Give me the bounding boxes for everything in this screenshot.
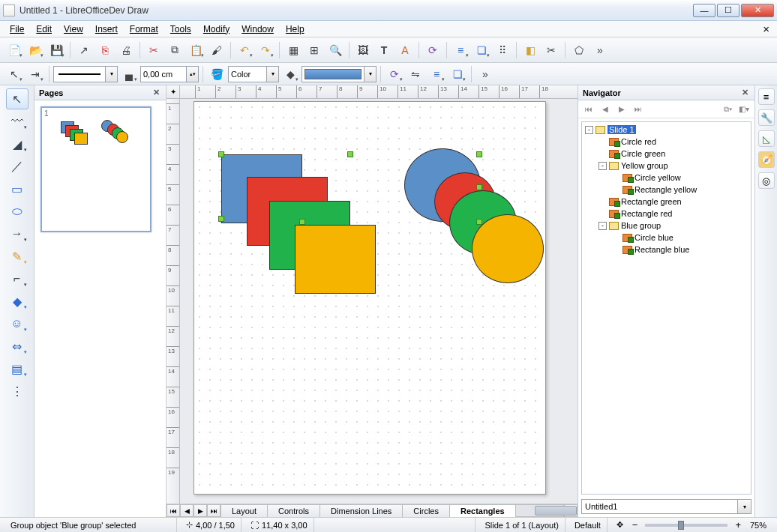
textbox-button[interactable]: T bbox=[374, 40, 394, 60]
layer-tab-layout[interactable]: Layout bbox=[220, 504, 268, 517]
cut-button[interactable]: ✂ bbox=[144, 40, 164, 60]
image-button[interactable]: 🖼 bbox=[353, 40, 373, 60]
line-tool[interactable]: ／ bbox=[6, 156, 28, 177]
layer-tab-circles[interactable]: Circles bbox=[402, 504, 450, 517]
symbol-shapes-tool[interactable]: ☺▾ bbox=[6, 313, 28, 334]
new-button[interactable]: 📄▾ bbox=[4, 40, 24, 60]
handle[interactable] bbox=[299, 219, 305, 225]
arrange-button[interactable]: ❏▾ bbox=[472, 40, 491, 60]
tree-item[interactable]: Circle yellow bbox=[582, 172, 751, 184]
pdf-button[interactable]: ⎘ bbox=[95, 40, 115, 60]
tree-item[interactable]: Rectangle yellow bbox=[582, 184, 751, 196]
snap-button[interactable]: ⊞ bbox=[304, 40, 324, 60]
nav-last-button[interactable]: ⏭ bbox=[631, 102, 646, 117]
handle[interactable] bbox=[218, 151, 224, 157]
arrow-tool[interactable]: →▾ bbox=[6, 223, 28, 244]
fill-tool-menu[interactable]: ◢▾ bbox=[6, 133, 28, 154]
nav-shapes-button[interactable]: ◧▾ bbox=[736, 102, 752, 117]
fontwork-button[interactable]: A bbox=[395, 40, 415, 60]
tree-item[interactable]: Rectangle green bbox=[582, 196, 751, 208]
menu-edit[interactable]: Edit bbox=[31, 22, 57, 36]
rectangle-tool[interactable]: ▭ bbox=[6, 178, 28, 199]
tree-item[interactable]: Circle blue bbox=[582, 232, 751, 244]
document-close-button[interactable]: × bbox=[760, 22, 772, 35]
select-tool[interactable]: ↖ bbox=[6, 88, 28, 109]
ellipse-tool[interactable]: ⬭ bbox=[6, 201, 28, 222]
sidebar-properties-icon[interactable]: ≡ bbox=[758, 88, 775, 105]
minimize-button[interactable]: — bbox=[693, 4, 716, 17]
navigator-tree[interactable]: -Slide 1Circle redCircle green-Yellow gr… bbox=[581, 121, 752, 495]
more-button-2[interactable]: » bbox=[476, 64, 495, 84]
zoom-slider[interactable] bbox=[645, 524, 728, 527]
tree-item[interactable]: Rectangle red bbox=[582, 208, 751, 220]
export-button[interactable]: ↗ bbox=[74, 40, 94, 60]
bucket-fill[interactable]: 🪣 bbox=[207, 64, 226, 84]
crop-button[interactable]: ✂ bbox=[542, 40, 561, 60]
shape-circle-yellow[interactable] bbox=[472, 214, 544, 283]
menu-insert[interactable]: Insert bbox=[90, 22, 123, 36]
navigator-close-icon[interactable]: ✕ bbox=[740, 88, 750, 97]
drawing-page[interactable] bbox=[194, 101, 546, 495]
menu-file[interactable]: File bbox=[4, 22, 29, 36]
zoom-fit-button[interactable]: ✥ bbox=[610, 518, 629, 532]
line-width-input[interactable] bbox=[140, 66, 187, 82]
mirror-tool[interactable]: ⇋ bbox=[406, 64, 425, 84]
fill-type-input[interactable] bbox=[228, 66, 267, 82]
handle[interactable] bbox=[218, 216, 224, 222]
page-viewport[interactable] bbox=[180, 99, 578, 504]
curve-tool[interactable]: ✎▾ bbox=[6, 246, 28, 267]
nav-dragmode-button[interactable]: ⧉▾ bbox=[720, 102, 735, 117]
more-tools[interactable]: ⋮ bbox=[6, 381, 28, 402]
line-width-spinner[interactable]: ▴▾ bbox=[140, 66, 199, 82]
rotate-tool[interactable]: ⟳▾ bbox=[385, 64, 404, 84]
ruler-vertical[interactable]: 12345678910111213141516171819 bbox=[166, 99, 180, 504]
nav-prev-button[interactable]: ◀ bbox=[598, 102, 613, 117]
undo-button[interactable]: ↶▾ bbox=[235, 40, 254, 60]
close-button[interactable]: ✕ bbox=[741, 4, 774, 17]
copy-button[interactable]: ⧉ bbox=[165, 40, 184, 60]
rotate-button[interactable]: ⟳ bbox=[423, 40, 442, 60]
navigator-doc-combo[interactable]: ▾ bbox=[581, 499, 752, 514]
fill-color[interactable]: ◆▾ bbox=[280, 64, 300, 84]
block-arrows-tool[interactable]: ⇔▾ bbox=[6, 336, 28, 357]
polygon-button[interactable]: ⬠ bbox=[569, 40, 589, 60]
prev-tab-button[interactable]: ◀ bbox=[180, 504, 194, 517]
tree-item[interactable]: Circle red bbox=[582, 136, 751, 148]
line-color[interactable]: ▄▾ bbox=[119, 64, 139, 84]
sidebar-navigator-icon[interactable]: 🧭 bbox=[758, 151, 775, 168]
grid-button[interactable]: ▦ bbox=[284, 40, 303, 60]
line-end-style[interactable]: ⇥▾ bbox=[26, 64, 45, 84]
shadow-button[interactable]: ◧ bbox=[520, 40, 540, 60]
zoom-in-button[interactable]: + bbox=[735, 519, 741, 531]
connector-tool[interactable]: ⌐▾ bbox=[6, 268, 28, 289]
ruler-horizontal[interactable]: 123456789101112131415161718 bbox=[180, 85, 578, 99]
first-tab-button[interactable]: ⏮ bbox=[166, 504, 180, 517]
handle[interactable] bbox=[476, 219, 482, 225]
pages-close-icon[interactable]: ✕ bbox=[152, 88, 161, 97]
handle[interactable] bbox=[347, 151, 353, 157]
sidebar-effects-icon[interactable]: ◎ bbox=[758, 172, 775, 189]
layer-tab-rectangles[interactable]: Rectangles bbox=[449, 504, 516, 517]
zoom-out-button[interactable]: − bbox=[632, 519, 638, 531]
maximize-button[interactable]: ☐ bbox=[717, 4, 740, 17]
last-tab-button[interactable]: ⏭ bbox=[207, 504, 220, 517]
arrange-tool[interactable]: ❏▾ bbox=[448, 64, 467, 84]
navigator-doc-input[interactable] bbox=[581, 499, 738, 514]
menu-tools[interactable]: Tools bbox=[165, 22, 196, 36]
line-tool-menu[interactable]: 〰▾ bbox=[6, 111, 28, 132]
flowchart-tool[interactable]: ▤▾ bbox=[6, 358, 28, 379]
sidebar-gallery-icon[interactable]: ◺ bbox=[758, 130, 775, 147]
tree-item[interactable]: -Blue group bbox=[582, 220, 751, 232]
menu-help[interactable]: Help bbox=[280, 22, 310, 36]
nav-next-button[interactable]: ▶ bbox=[614, 102, 629, 117]
save-button[interactable]: 💾▾ bbox=[46, 40, 66, 60]
menu-modify[interactable]: Modify bbox=[198, 22, 235, 36]
handle[interactable] bbox=[476, 151, 482, 157]
more-button[interactable]: » bbox=[590, 40, 610, 60]
menu-window[interactable]: Window bbox=[236, 22, 279, 36]
fill-color-combo[interactable]: ▾ bbox=[302, 66, 376, 82]
print-button[interactable]: 🖨 bbox=[116, 40, 136, 60]
redo-button[interactable]: ↷▾ bbox=[256, 40, 275, 60]
slide-thumbnail-1[interactable]: 1 bbox=[40, 106, 152, 232]
align-button[interactable]: ≡▾ bbox=[451, 40, 470, 60]
